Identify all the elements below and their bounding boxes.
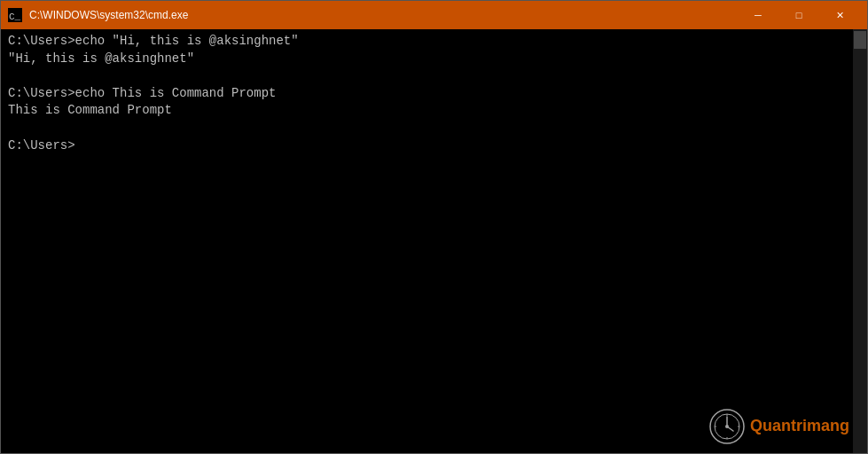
terminal-output: C:\Users>echo "Hi, this is @aksinghnet""… [8,33,860,154]
watermark-text: Quantrimang [750,415,849,437]
watermark: Quantrimang [709,409,849,444]
window-title: C:\WINDOWS\system32\cmd.exe [29,9,738,21]
scrollbar[interactable] [853,29,867,453]
terminal-line: C:\Users>echo "Hi, this is @aksinghnet" [8,33,860,51]
cmd-icon: C_ [8,8,22,22]
maximize-button[interactable]: □ [778,1,819,29]
cmd-window: C_ C:\WINDOWS\system32\cmd.exe ─ □ ✕ C:\… [0,0,868,454]
terminal-line: C:\Users>echo This is Command Prompt [8,85,860,103]
window-controls: ─ □ ✕ [738,1,860,29]
minimize-button[interactable]: ─ [738,1,778,29]
scrollbar-thumb[interactable] [854,31,866,49]
watermark-suffix: uantrimang [762,417,849,434]
titlebar: C_ C:\WINDOWS\system32\cmd.exe ─ □ ✕ [1,1,867,29]
svg-line-6 [727,427,733,431]
watermark-logo-icon [709,409,745,444]
watermark-prefix: Q [750,417,762,434]
terminal-line [8,67,860,85]
svg-text:C_: C_ [9,12,21,22]
terminal-line: C:\Users> [8,137,860,155]
terminal-line [8,120,860,137]
terminal-line: This is Command Prompt [8,102,860,120]
close-button[interactable]: ✕ [819,1,860,29]
terminal-body[interactable]: C:\Users>echo "Hi, this is @aksinghnet""… [1,29,867,453]
terminal-line: "Hi, this is @aksinghnet" [8,51,860,68]
